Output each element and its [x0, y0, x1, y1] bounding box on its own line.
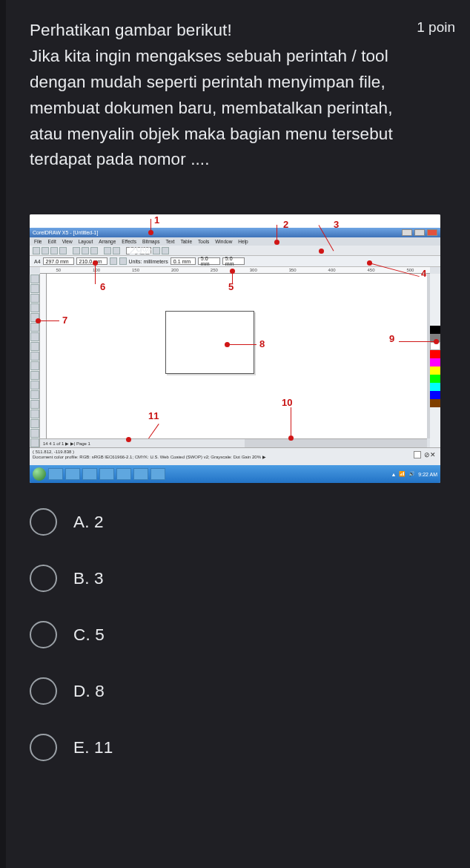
- page-height-field: 210.0 mm: [76, 257, 107, 265]
- menu-item: File: [34, 239, 42, 244]
- annotation-line: [399, 341, 434, 342]
- annotation-line: [95, 263, 96, 284]
- zoom-field: 29%: [126, 247, 151, 254]
- outline-tool-icon: [30, 419, 39, 428]
- ruler-tick: 300: [250, 268, 257, 272]
- ruler-tick: 250: [211, 268, 218, 272]
- radio-icon: [30, 677, 57, 705]
- ruler-horizontal: 50 100 150 200 250 300 350 400 450 500: [40, 267, 430, 274]
- nudge-field: 0.1 mm: [171, 257, 196, 265]
- ruler-tick: 100: [93, 268, 100, 272]
- paste-icon: [90, 247, 98, 254]
- task-button: [150, 468, 165, 480]
- option-b[interactable]: B. 3: [30, 565, 455, 592]
- snap-icon: [153, 247, 160, 254]
- status-swatches: ⊘✕: [414, 451, 436, 458]
- save-icon: [50, 247, 58, 254]
- annotation-label-6: 6: [100, 281, 105, 292]
- redo-icon: [113, 247, 120, 254]
- swatch: [430, 358, 440, 366]
- annotation-label-8: 8: [259, 338, 265, 349]
- shape-tool-icon: [30, 284, 39, 293]
- interactive-fill-tool-icon: [30, 438, 39, 447]
- swatch: [430, 366, 440, 375]
- zoom-tool-icon: [30, 303, 39, 312]
- task-button: [116, 468, 131, 480]
- ruler-tick: 200: [171, 268, 179, 272]
- menu-item: Tools: [198, 239, 209, 244]
- annotation-label-2: 2: [283, 219, 288, 230]
- menu-item: Help: [238, 239, 248, 244]
- task-button: [48, 468, 63, 480]
- polygon-tool-icon: [30, 352, 39, 361]
- annotation-label-4: 4: [421, 268, 426, 279]
- standard-toolbar: 29%: [30, 246, 440, 256]
- color-palette: [430, 274, 440, 456]
- fill-swatch-icon: [414, 451, 421, 458]
- option-label: B. 3: [73, 569, 104, 588]
- option-label: C. 5: [73, 625, 105, 645]
- scrollbar-horizontal: [245, 438, 427, 447]
- ruler-tick: 50: [56, 268, 61, 272]
- annotation-label-3: 3: [334, 219, 339, 230]
- annotation-line: [277, 225, 277, 240]
- radio-icon: [30, 621, 57, 648]
- network-icon: 📶: [399, 471, 406, 477]
- start-orb-icon: [33, 467, 46, 481]
- toolbox: [30, 274, 40, 456]
- new-icon: [33, 247, 40, 254]
- maximize-icon: [414, 229, 425, 236]
- image-top-gap: [30, 214, 440, 228]
- annotation-label-10: 10: [282, 397, 292, 408]
- window-controls: [402, 229, 437, 236]
- radio-icon: [30, 734, 57, 761]
- volume-icon: 🔊: [408, 471, 415, 477]
- minimize-icon: [402, 229, 412, 236]
- question-header: Perhatikan gambar berikut! Jika kita ing…: [30, 18, 455, 173]
- units-label: Units: millimeters: [129, 259, 168, 264]
- swatch: [430, 350, 440, 358]
- annotation-label-11: 11: [148, 410, 159, 421]
- swatch: [430, 383, 440, 391]
- swatch: [430, 391, 440, 399]
- copy-icon: [82, 247, 89, 254]
- no-fill-icon: ⊘✕: [424, 451, 436, 458]
- table-tool-icon: [30, 371, 39, 380]
- pick-tool-icon: [30, 274, 39, 283]
- option-a[interactable]: A. 2: [30, 508, 455, 536]
- option-d[interactable]: D. 8: [30, 677, 455, 705]
- annotation-line: [291, 407, 291, 435]
- question-text: Perhatikan gambar berikut! Jika kita ing…: [30, 18, 405, 173]
- task-button: [65, 468, 80, 480]
- ruler-tick: 500: [406, 268, 414, 272]
- points-label: 1 poin: [417, 18, 455, 36]
- annotation-line: [150, 219, 151, 230]
- menu-item: Text: [166, 239, 175, 244]
- dupy-field: 5.0 mm: [222, 257, 245, 265]
- color-profile-text: Document color profile: RGB: sRGB IEC619…: [33, 454, 437, 459]
- annotation-label-1: 1: [154, 214, 159, 226]
- annotation-label-5: 5: [228, 281, 234, 292]
- option-label: E. 11: [73, 738, 113, 757]
- menu-item: Window: [215, 239, 232, 244]
- task-button: [133, 468, 148, 480]
- page-rectangle: [165, 311, 254, 374]
- ruler-tick: 350: [289, 268, 297, 272]
- ruler-tick: 400: [328, 268, 336, 272]
- radio-icon: [30, 565, 57, 592]
- cut-icon: [73, 247, 80, 254]
- smartfill-tool-icon: [30, 323, 39, 332]
- annotation-line: [228, 344, 256, 345]
- connector-tool-icon: [30, 390, 39, 399]
- rectangle-tool-icon: [30, 332, 39, 341]
- option-e[interactable]: E. 11: [30, 734, 455, 761]
- annotation-label-7: 7: [62, 315, 67, 326]
- page-width-field: 297.0 mm: [43, 257, 74, 265]
- option-label: D. 8: [73, 682, 105, 701]
- answer-options: A. 2 B. 3 C. 5 D. 8 E. 11: [30, 508, 455, 761]
- eyedropper-tool-icon: [30, 410, 39, 418]
- effects-tool-icon: [30, 400, 39, 409]
- crop-tool-icon: [30, 294, 39, 303]
- option-c[interactable]: C. 5: [30, 621, 455, 648]
- fill-tool-icon: [30, 429, 39, 438]
